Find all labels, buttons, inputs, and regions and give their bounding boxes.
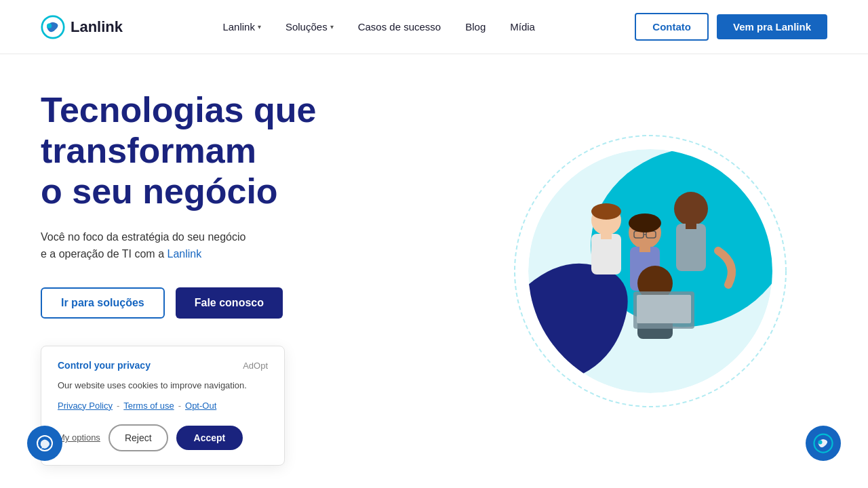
chevron-down-icon: ▾: [330, 23, 334, 30]
svg-point-1: [47, 23, 52, 28]
nav-item-blog[interactable]: Blog: [465, 21, 486, 33]
chat-icon: [36, 434, 54, 452]
svg-rect-17: [676, 224, 706, 271]
svg-rect-23: [637, 295, 691, 323]
svg-point-16: [674, 192, 708, 226]
hero-subtitle: Você no foco da estratégia do seu negóci…: [41, 228, 326, 263]
terms-of-use-link[interactable]: Terms of use: [123, 401, 174, 411]
contato-button[interactable]: Contato: [635, 13, 709, 41]
privacy-policy-link[interactable]: Privacy Policy: [58, 401, 113, 411]
reject-button[interactable]: Reject: [108, 424, 168, 451]
logo-text: Lanlink: [71, 18, 123, 36]
hero-title: Tecnologias que transformam o seu negóci…: [41, 90, 473, 211]
nav-item-midia[interactable]: Mídia: [510, 21, 535, 33]
nav-item-casos[interactable]: Casos de sucesso: [358, 21, 441, 33]
lanlink-logo-icon: [41, 15, 65, 39]
cookie-actions: My options Reject Accept: [58, 424, 268, 451]
main-content: Tecnologias que transformam o seu negóci…: [0, 54, 868, 488]
hero-actions: Ir para soluções Fale conosco: [41, 287, 473, 319]
svg-rect-7: [591, 234, 621, 274]
svg-rect-15: [639, 245, 650, 252]
logo[interactable]: Lanlink: [41, 15, 123, 39]
hero-left: Tecnologias que transformam o seu negóci…: [41, 77, 473, 465]
chevron-down-icon: ▾: [258, 23, 261, 30]
svg-point-6: [591, 203, 621, 220]
nav-item-solucoes[interactable]: Soluções ▾: [285, 21, 334, 33]
main-nav: Lanlink ▾ Soluções ▾ Casos de sucesso Bl…: [222, 21, 535, 33]
svg-point-13: [629, 214, 661, 232]
floating-chat-button[interactable]: [27, 426, 62, 461]
accept-button[interactable]: Accept: [176, 426, 243, 450]
my-options-button[interactable]: My options: [58, 432, 100, 443]
nav-item-lanlink[interactable]: Lanlink ▾: [222, 21, 261, 33]
hero-right: [473, 142, 827, 400]
svg-point-26: [818, 441, 823, 445]
hero-illustration: [528, 149, 772, 393]
floating-lanlink-button[interactable]: [806, 426, 841, 461]
fale-conosco-button[interactable]: Fale conosco: [176, 287, 283, 319]
vem-pra-lanlink-button[interactable]: Vem pra Lanlink: [717, 14, 827, 39]
cookie-header: Control your privacy AdOpt: [58, 360, 268, 371]
svg-rect-18: [686, 222, 696, 229]
hero-image-container: [521, 142, 779, 400]
lanlink-circle-icon: [813, 433, 833, 453]
cookie-adopt-label: AdOpt: [243, 361, 268, 371]
header-buttons: Contato Vem pra Lanlink: [635, 13, 827, 41]
ir-para-solucoes-button[interactable]: Ir para soluções: [41, 287, 165, 319]
cookie-description: Our website uses cookies to improve navi…: [58, 379, 268, 392]
svg-rect-8: [601, 232, 612, 239]
cookie-links: Privacy Policy - Terms of use - Opt-Out: [58, 401, 268, 411]
opt-out-link[interactable]: Opt-Out: [185, 401, 216, 411]
cookie-control-label: Control your privacy: [58, 360, 151, 371]
cookie-banner: Control your privacy AdOpt Our website u…: [41, 346, 285, 466]
